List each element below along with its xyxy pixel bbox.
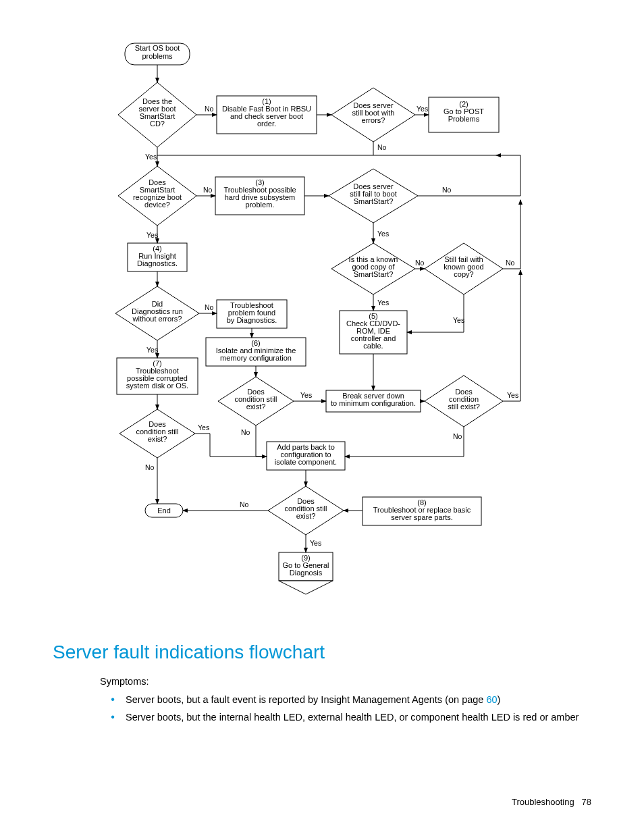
page: .ln{stroke:#000;stroke-width:1;fill:none… — [0, 0, 644, 834]
svg-text:No: No — [241, 428, 250, 436]
svg-text:No: No — [203, 186, 213, 194]
svg-text:Yes: Yes — [145, 153, 157, 161]
symptoms-list: • Server boots, but a fault event is rep… — [100, 694, 593, 729]
svg-text:Yes: Yes — [310, 539, 321, 547]
d-still-fail-ss: Does serverstill fail to bootSmartStart? — [350, 182, 397, 205]
svg-marker-25 — [279, 581, 333, 594]
d-known-copy: Is this a knowngood copy ofSmartStart? — [349, 255, 398, 278]
svg-text:Yes: Yes — [453, 316, 464, 324]
svg-text:No: No — [205, 105, 214, 113]
bullet-icon: • — [100, 712, 126, 723]
svg-text:Yes: Yes — [146, 231, 158, 239]
svg-text:Yes: Yes — [198, 423, 209, 432]
svg-text:Yes: Yes — [300, 391, 312, 399]
svg-text:No: No — [415, 259, 425, 267]
p-diag-trouble: Troubleshootproblem foundby Diagnostics. — [227, 301, 277, 324]
end-text: End — [157, 506, 171, 515]
bullet1-text-a: Server boots, but a fault event is repor… — [126, 694, 486, 705]
svg-text:Yes: Yes — [377, 230, 389, 238]
svg-text:Yes: Yes — [417, 105, 428, 113]
section-heading: Server fault indications flowchart — [53, 642, 325, 663]
svg-text:No: No — [506, 259, 515, 267]
svg-text:Yes: Yes — [507, 391, 518, 399]
list-item: • Server boots, but a fault event is rep… — [100, 694, 593, 705]
svg-text:Yes: Yes — [377, 298, 389, 307]
svg-text:No: No — [240, 500, 249, 509]
p-break: Break server downto minimum configuratio… — [331, 392, 416, 407]
list-item: • Server boots, but the internal health … — [100, 712, 593, 723]
footer-section: Troubleshooting — [512, 797, 574, 807]
svg-text:No: No — [442, 186, 452, 194]
svg-text:No: No — [453, 432, 462, 440]
svg-text:No: No — [377, 143, 387, 151]
flowchart-figure: .ln{stroke:#000;stroke-width:1;fill:none… — [105, 41, 537, 633]
symptoms-label: Symptoms: — [100, 675, 593, 689]
bullet2-text: Server boots, but the internal health LE… — [126, 712, 593, 723]
svg-text:Yes: Yes — [146, 346, 158, 354]
page-link-60[interactable]: 60 — [486, 694, 497, 705]
footer-page-number: 78 — [582, 797, 591, 807]
svg-text:No: No — [145, 463, 155, 471]
svg-text:No: No — [205, 303, 214, 311]
bullet1-text-b: ) — [498, 694, 501, 705]
p-addback: Add parts back toconfiguration toisolate… — [275, 443, 337, 466]
page-footer: Troubleshooting 78 — [512, 797, 591, 807]
bullet-icon: • — [100, 694, 126, 705]
